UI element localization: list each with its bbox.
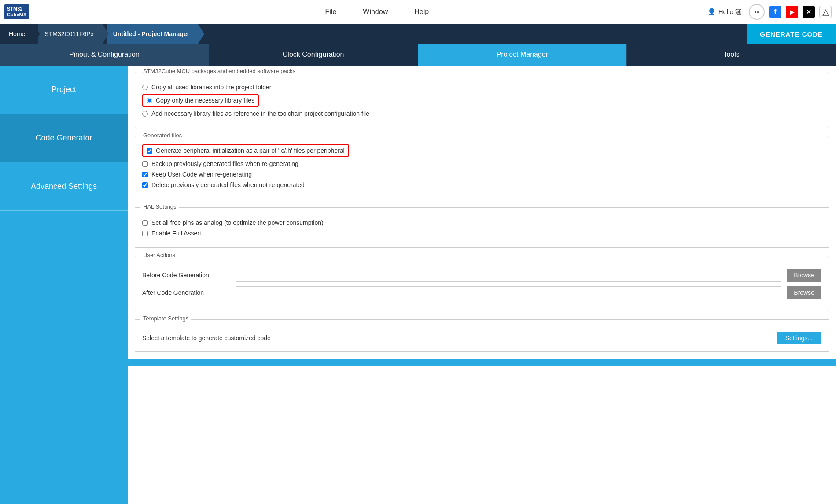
breadcrumb-home[interactable]: Home [0, 24, 34, 44]
radio-add-reference-label: Add necessary library files as reference… [151, 110, 369, 117]
check-backup[interactable]: Backup previously generated files when r… [142, 160, 821, 167]
check-generate-peripheral-input[interactable] [147, 148, 152, 154]
template-settings-section: Template Settings Select a template to g… [135, 319, 829, 352]
top-menubar: STM32 CubeMX File Window Help 👤 Hello 涵 … [0, 0, 836, 24]
sidebar-item-code-generator[interactable]: Code Generator [0, 114, 128, 162]
check-enable-full-assert-label: Enable Full Assert [151, 230, 201, 237]
logo-box: STM32 CubeMX [4, 4, 29, 19]
radio-copy-necessary-label: Copy only the necessary library files [156, 97, 254, 104]
before-code-row: Before Code Generation Browse [142, 269, 821, 282]
generated-files-legend: Generated files [140, 132, 184, 139]
after-code-label: After Code Generation [142, 289, 230, 296]
check-free-pins-analog[interactable]: Set all free pins as analog (to optimize… [142, 219, 821, 226]
before-code-input[interactable] [236, 269, 781, 282]
radio-add-reference-input[interactable] [142, 111, 148, 117]
generate-code-button[interactable]: GENERATE CODE [747, 24, 836, 44]
user-actions-section: User Actions Before Code Generation Brow… [135, 256, 829, 311]
radio-copy-all-label: Copy all used libraries into the project… [151, 84, 271, 91]
template-settings-button[interactable]: Settings... [777, 332, 821, 344]
after-code-input[interactable] [236, 286, 781, 299]
check-backup-label: Backup previously generated files when r… [151, 160, 298, 167]
check-keep-user-code[interactable]: Keep User Code when re-generating [142, 171, 821, 178]
youtube-icon[interactable]: ▶ [786, 6, 798, 18]
tab-tools[interactable]: Tools [627, 44, 836, 66]
user-icon: 👤 [707, 8, 716, 16]
tab-clock[interactable]: Clock Configuration [209, 44, 418, 66]
breadcrumb-items: Home STM32C011F6Px Untitled - Project Ma… [0, 24, 747, 44]
check-keep-user-code-input[interactable] [142, 172, 148, 177]
bottom-scrollbar[interactable] [128, 359, 836, 366]
github-icon[interactable]: △ [819, 6, 832, 18]
menu-window[interactable]: Window [363, 8, 388, 16]
check-free-pins-analog-label: Set all free pins as analog (to optimize… [151, 219, 324, 226]
template-settings-legend: Template Settings [140, 315, 191, 322]
stm32-packages-section: STM32Cube MCU packages and embedded soft… [135, 72, 829, 128]
template-row: Select a template to generate customized… [142, 332, 821, 344]
before-code-label: Before Code Generation [142, 272, 230, 279]
hal-settings-section: HAL Settings Set all free pins as analog… [135, 207, 829, 248]
check-delete-generated[interactable]: Delete previously generated files when n… [142, 181, 821, 188]
sidebar-item-project[interactable]: Project [0, 66, 128, 114]
logo-area: STM32 CubeMX [4, 4, 29, 19]
check-delete-generated-label: Delete previously generated files when n… [151, 181, 305, 188]
check-generate-peripheral[interactable]: Generate peripheral initialization as a … [147, 147, 345, 154]
breadcrumb-bar: Home STM32C011F6Px Untitled - Project Ma… [0, 24, 836, 44]
user-actions-legend: User Actions [140, 252, 178, 258]
radio-copy-necessary-highlighted: Copy only the necessary library files [142, 94, 259, 107]
generated-files-section: Generated files Generate peripheral init… [135, 136, 829, 199]
menu-help[interactable]: Help [414, 8, 429, 16]
breadcrumb-project[interactable]: Untitled - Project Manager [107, 24, 198, 44]
facebook-icon[interactable]: f [769, 6, 781, 18]
user-name: Hello 涵 [718, 8, 742, 16]
main-content: STM32Cube MCU packages and embedded soft… [128, 66, 836, 504]
stm32-packages-legend: STM32Cube MCU packages and embedded soft… [140, 68, 298, 74]
menu-right: 👤 Hello 涵 10 f ▶ ✕ △ [707, 4, 832, 20]
check-enable-full-assert-input[interactable] [142, 231, 148, 236]
sidebar: Project Code Generator Advanced Settings [0, 66, 128, 504]
after-code-row: After Code Generation Browse [142, 286, 821, 299]
check-enable-full-assert[interactable]: Enable Full Assert [142, 230, 821, 237]
anniversary-icon: 10 [749, 4, 765, 20]
radio-add-reference[interactable]: Add necessary library files as reference… [142, 110, 821, 117]
check-free-pins-analog-input[interactable] [142, 220, 148, 226]
after-code-browse-button[interactable]: Browse [787, 286, 821, 299]
check-delete-generated-input[interactable] [142, 182, 148, 188]
radio-copy-necessary[interactable]: Copy only the necessary library files [142, 94, 821, 107]
radio-copy-all-input[interactable] [142, 85, 148, 90]
radio-copy-all[interactable]: Copy all used libraries into the project… [142, 84, 821, 91]
sidebar-item-advanced-settings[interactable]: Advanced Settings [0, 162, 128, 211]
check-backup-input[interactable] [142, 161, 148, 167]
breadcrumb-chip[interactable]: STM32C011F6Px [38, 24, 102, 44]
tab-project-manager[interactable]: Project Manager [418, 44, 627, 66]
before-code-browse-button[interactable]: Browse [787, 269, 821, 282]
tab-pinout[interactable]: Pinout & Configuration [0, 44, 209, 66]
menu-items: File Window Help [47, 8, 707, 16]
twitter-x-icon[interactable]: ✕ [803, 6, 815, 18]
user-area: 👤 Hello 涵 [707, 8, 742, 16]
social-icons: 10 f ▶ ✕ △ [749, 4, 832, 20]
template-label: Select a template to generate customized… [142, 335, 770, 342]
content-area: Project Code Generator Advanced Settings… [0, 66, 836, 504]
radio-copy-necessary-input[interactable] [147, 98, 152, 103]
check-generate-peripheral-label: Generate peripheral initialization as a … [156, 147, 345, 154]
check-keep-user-code-label: Keep User Code when re-generating [151, 171, 252, 178]
hal-settings-legend: HAL Settings [140, 203, 179, 210]
main-tabs: Pinout & Configuration Clock Configurati… [0, 44, 836, 66]
menu-file[interactable]: File [325, 8, 337, 16]
